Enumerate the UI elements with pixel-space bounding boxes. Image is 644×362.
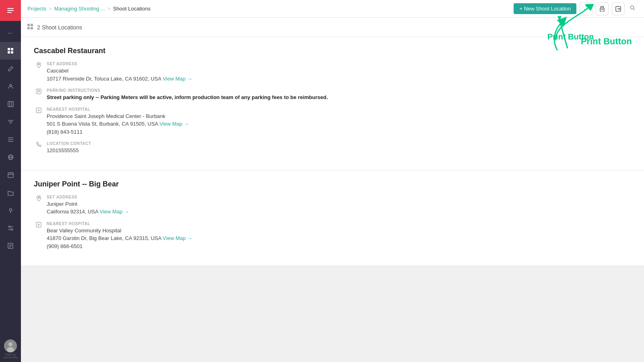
svg-rect-45 <box>36 89 41 94</box>
juniper-hospital-content: NEAREST HOSPITAL Bear Valley Community H… <box>43 221 631 250</box>
juniper-set-address-row: SET ADDRESS Juniper Point California 923… <box>34 195 631 216</box>
juniper-hospital-name: Bear Valley Community Hospital <box>47 227 631 235</box>
cascabel-hospital-row: NEAREST HOSPITAL Providence Saint Joseph… <box>34 107 631 136</box>
svg-point-49 <box>38 197 39 198</box>
svg-rect-2 <box>11 48 13 50</box>
svg-rect-42 <box>27 27 30 29</box>
cascabel-address: 10717 Riverside Dr, Toluca Lake, CA 9160… <box>47 75 631 83</box>
juniper-hospital-row: NEAREST HOSPITAL Bear Valley Community H… <box>34 221 631 250</box>
hospital-icon <box>34 108 43 113</box>
breadcrumb-managing[interactable]: Managing Shooting ... <box>54 6 105 12</box>
svg-line-39 <box>634 8 635 10</box>
cascabel-parking-row: PARKING INSTRUCTIONS Street parking only… <box>34 88 631 101</box>
app-logo[interactable] <box>0 0 21 21</box>
svg-point-22 <box>9 209 12 211</box>
svg-rect-4 <box>11 51 13 54</box>
svg-rect-41 <box>31 24 33 26</box>
juniper-hospital-label: NEAREST HOSPITAL <box>47 221 631 226</box>
sidebar-item-back[interactable]: ← <box>0 24 21 42</box>
juniper-view-map-link[interactable]: View Map → <box>100 209 129 215</box>
cascabel-hospital-name: Providence Saint Joseph Medical Center -… <box>47 112 631 120</box>
cascabel-hospital-phone: (818) 843-5111 <box>47 128 631 136</box>
breadcrumb: Projects > Managing Shooting ... > Shoot… <box>27 6 514 12</box>
svg-point-44 <box>38 64 39 65</box>
breadcrumb-projects[interactable]: Projects <box>27 6 46 12</box>
sidebar-item-globe[interactable] <box>0 148 21 166</box>
location-pin-icon <box>34 62 43 68</box>
cascabel-place-name: Cascabel <box>47 67 631 75</box>
svg-point-38 <box>631 6 634 9</box>
shoot-locations-count: 2 Shoot Locations <box>37 24 82 31</box>
cascabel-hospital-address: 501 S Buena Vista St, Burbank, CA 91505,… <box>47 120 631 128</box>
juniper-hospital-phone: (909) 866-6501 <box>47 242 631 250</box>
breadcrumb-sep1: > <box>49 6 52 12</box>
sidebar-item-board[interactable] <box>0 95 21 113</box>
breadcrumb-current: Shoot Locations <box>113 6 151 12</box>
sidebar: ← <box>0 0 21 362</box>
cascabel-contact-label: LOCATION CONTACT <box>47 141 631 146</box>
parking-icon <box>34 89 43 94</box>
juniper-hospital-view-map-link[interactable]: View Map → <box>163 235 192 241</box>
juniper-address: California 92314, USA View Map → <box>47 208 631 216</box>
sidebar-item-list[interactable] <box>0 130 21 148</box>
location-cascabel: Cascabel Restaurant SET ADDRESS Cascabel <box>21 37 644 170</box>
new-shoot-location-button[interactable]: + New Shoot Location <box>514 3 576 14</box>
locations-card: Cascabel Restaurant SET ADDRESS Cascabel <box>21 37 644 265</box>
cascabel-set-address-content: SET ADDRESS Cascabel 10717 Riverside Dr,… <box>43 62 631 83</box>
juniper-hospital-address: 41870 Garstin Dr, Big Bear Lake, CA 9231… <box>47 234 631 242</box>
phone-icon <box>34 142 43 147</box>
sidebar-item-contacts[interactable] <box>0 77 21 95</box>
svg-point-5 <box>10 84 12 86</box>
search-button[interactable] <box>628 3 638 14</box>
juniper-set-address-label: SET ADDRESS <box>47 195 631 199</box>
sidebar-item-calendar[interactable] <box>0 166 21 184</box>
cascabel-view-map-link[interactable]: View Map → <box>163 76 192 82</box>
svg-rect-6 <box>8 101 13 107</box>
sidebar-item-edit[interactable] <box>0 60 21 77</box>
sidebar-item-folder[interactable] <box>0 184 21 201</box>
svg-rect-1 <box>8 48 10 50</box>
sidebar-item-pin[interactable] <box>0 201 21 219</box>
main-area: Projects > Managing Shooting ... > Shoot… <box>21 0 644 362</box>
cascabel-set-address-row: SET ADDRESS Cascabel 10717 Riverside Dr,… <box>34 62 631 83</box>
print-button[interactable] <box>596 2 609 15</box>
sidebar-item-doc[interactable] <box>0 237 21 254</box>
topbar-actions: + New Shoot Location ··· <box>514 2 638 15</box>
sidebar-item-grid[interactable] <box>0 42 21 60</box>
sidebar-item-sliders[interactable] <box>0 219 21 237</box>
cascabel-hospital-label: NEAREST HOSPITAL <box>47 107 631 112</box>
juniper-hospital-icon <box>34 222 43 228</box>
cascabel-contact-content: LOCATION CONTACT 12015555555 <box>43 141 631 155</box>
made-by-label: Made by Leanometry <box>0 353 21 359</box>
juniper-location-pin-icon <box>34 195 43 201</box>
cascabel-hospital-view-map-link[interactable]: View Map → <box>159 121 189 127</box>
sidebar-bottom: Made by Leanometry <box>0 339 21 362</box>
topbar: Projects > Managing Shooting ... > Shoot… <box>21 0 644 18</box>
svg-point-26 <box>11 229 12 230</box>
cascabel-parking-text: Street parking only -- Parking Meters wi… <box>47 93 631 101</box>
cascabel-hospital-content: NEAREST HOSPITAL Providence Saint Joseph… <box>43 107 631 136</box>
svg-point-32 <box>8 342 12 346</box>
juniper-place-name: Juniper Point <box>47 200 631 208</box>
svg-rect-18 <box>8 173 13 178</box>
cascabel-set-address-label: SET ADDRESS <box>47 62 631 66</box>
svg-point-25 <box>9 226 10 228</box>
cascabel-contact-row: LOCATION CONTACT 12015555555 <box>34 141 631 155</box>
breadcrumb-sep2: > <box>107 6 111 12</box>
cascabel-parking-content: PARKING INSTRUCTIONS Street parking only… <box>43 88 631 101</box>
sidebar-nav: ← <box>0 21 21 339</box>
subheader: 2 Shoot Locations <box>21 18 644 37</box>
location-juniper: Juniper Point -- Big Bear SET ADDRESS Ju… <box>21 170 644 266</box>
content-area: Cascabel Restaurant SET ADDRESS Cascabel <box>21 37 644 362</box>
avatar[interactable] <box>4 339 17 352</box>
location-cascabel-name: Cascabel Restaurant <box>34 47 631 55</box>
svg-rect-3 <box>8 51 10 54</box>
share-button[interactable] <box>612 2 625 15</box>
more-options-button[interactable]: ··· <box>580 2 592 15</box>
location-juniper-name: Juniper Point -- Big Bear <box>34 180 631 188</box>
svg-rect-43 <box>31 27 33 29</box>
cascabel-contact-phone: 12015555555 <box>47 147 631 155</box>
grid-icon <box>27 24 33 31</box>
sidebar-item-filter[interactable] <box>0 113 21 130</box>
svg-rect-40 <box>27 24 30 26</box>
